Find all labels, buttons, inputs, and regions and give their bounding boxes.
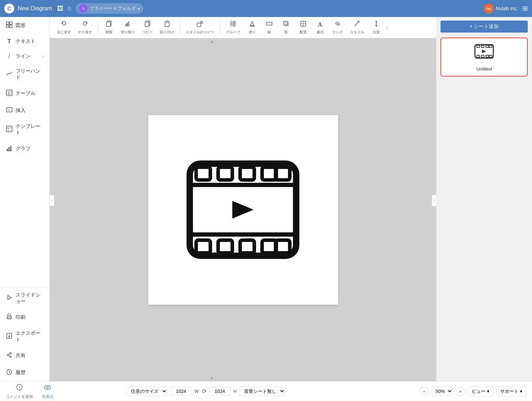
copy-button[interactable]: コピー: [139, 19, 156, 36]
left-collapse-button[interactable]: ‹: [50, 195, 54, 206]
svg-point-5: [127, 24, 129, 26]
duplicate-label: 複製: [105, 30, 112, 35]
app-logo: C: [4, 4, 14, 13]
star-icon[interactable]: ☆: [66, 5, 72, 12]
sidebar-item-shapes[interactable]: 図形: [0, 17, 49, 34]
height-label: H: [233, 389, 237, 394]
svg-point-58: [10, 356, 11, 357]
svg-rect-20: [285, 22, 289, 26]
hide-button[interactable]: 非表示: [39, 384, 56, 399]
line-style-button[interactable]: 線: [261, 19, 277, 36]
arrange-icon: [300, 20, 307, 29]
fill-icon: [249, 20, 256, 29]
font-button[interactable]: A 書式: [312, 19, 328, 36]
svg-rect-75: [240, 167, 254, 180]
app-title: New Diagram: [18, 5, 52, 12]
toolbar: 元に戻す やり直す 複製 切り取り コピー 貼り付け スタイルの: [50, 17, 436, 38]
line-icon: /: [6, 53, 13, 60]
bottom-center: 任意のサイズ A4 A3 Letter W ⟳ H 背景シート無し 背景シート有…: [126, 386, 285, 396]
image-icon[interactable]: 🖼: [57, 5, 63, 12]
svg-marker-49: [8, 295, 11, 300]
add-sheet-button[interactable]: + シート追加: [440, 21, 528, 33]
canvas-bottom-arrow[interactable]: ▼: [209, 375, 214, 381]
sheet-card-icon: [473, 43, 495, 63]
height-input[interactable]: [209, 387, 231, 396]
svg-marker-55: [8, 336, 10, 338]
sidebar-item-slideshow[interactable]: スライドショー: [0, 288, 49, 309]
paste-button[interactable]: 貼り付け: [157, 19, 177, 36]
cut-button[interactable]: 切り取り: [118, 19, 138, 36]
svg-rect-14: [231, 23, 233, 25]
svg-rect-68: [481, 55, 484, 57]
line-chevron-icon: ›: [42, 54, 44, 59]
sheet-card[interactable]: Untitled: [440, 38, 528, 77]
position-icon: [373, 20, 380, 29]
svg-point-41: [7, 109, 9, 110]
sidebar-item-table[interactable]: テーブル: [0, 85, 49, 102]
svg-rect-42: [6, 126, 12, 132]
text-icon: T: [6, 38, 13, 45]
width-input[interactable]: [170, 387, 192, 396]
sidebar-item-graph[interactable]: グラフ: [0, 140, 49, 157]
view-label: ビュー: [472, 388, 486, 395]
redo-icon: [82, 20, 89, 29]
sidebar-top: 図形 T テキスト / ライン › フリーハンド テーブル 挿入: [0, 17, 49, 157]
view-chevron-icon: ▾: [487, 389, 489, 394]
width-label: W: [194, 389, 199, 394]
redo-button[interactable]: やり直す: [75, 19, 95, 36]
fill-button[interactable]: 塗り: [244, 19, 260, 36]
size-select[interactable]: 任意のサイズ A4 A3 Letter: [126, 386, 167, 396]
graph-label: グラフ: [16, 146, 31, 152]
comment-button[interactable]: コメントを追加: [6, 384, 33, 399]
sidebar-item-text[interactable]: T テキスト: [0, 34, 49, 49]
arrange-button[interactable]: 配置: [295, 19, 311, 36]
sidebar-item-history[interactable]: 履歴: [0, 364, 49, 381]
freehand-label: フリーハンド: [16, 68, 44, 81]
sidebar-item-freehand[interactable]: フリーハンド: [0, 64, 49, 85]
style-button[interactable]: スタイル: [347, 19, 367, 36]
svg-rect-10: [165, 22, 169, 27]
view-button[interactable]: ビュー ▾: [468, 386, 493, 396]
svg-rect-47: [10, 146, 11, 151]
position-button[interactable]: 位置: [368, 19, 384, 36]
toolbar-expand-icon[interactable]: ›: [386, 25, 388, 30]
export-label: エクスポート: [16, 330, 44, 343]
position-label: 位置: [373, 30, 380, 35]
sidebar-item-template[interactable]: テンプレート: [0, 119, 49, 140]
share-icon: [6, 351, 13, 360]
sidebar-item-print[interactable]: 印刷: [0, 309, 49, 326]
sidebar-item-share[interactable]: 共有: [0, 347, 49, 364]
canvas-top-arrow[interactable]: ▲: [209, 38, 214, 44]
link-button[interactable]: リンク: [329, 19, 346, 36]
user-badge[interactable]: U プライベートフォルダ ▾: [76, 3, 143, 14]
duplicate-button[interactable]: 複製: [101, 19, 117, 36]
sidebar-item-line[interactable]: / ライン ›: [0, 49, 49, 64]
group-label: グループ: [226, 30, 240, 35]
table-label: テーブル: [16, 90, 35, 97]
sidebar-item-export[interactable]: エクスポート: [0, 326, 49, 347]
grid-icon[interactable]: ⊞: [522, 5, 528, 12]
zoom-in-button[interactable]: +: [456, 387, 465, 396]
slideshow-icon: [6, 294, 13, 303]
canvas-area[interactable]: [50, 38, 436, 381]
zoom-out-button[interactable]: −: [420, 387, 429, 396]
style-copy-label: スタイルのコピー: [186, 30, 214, 35]
zoom-select[interactable]: 50% 75% 100% 150%: [432, 386, 453, 396]
svg-rect-51: [8, 314, 11, 316]
group-button[interactable]: グループ: [223, 19, 243, 36]
refresh-icon[interactable]: ⟳: [202, 388, 206, 395]
sidebar-item-insert[interactable]: 挿入: [0, 102, 49, 119]
duplicate-icon: [105, 20, 112, 29]
shadow-button[interactable]: 影: [278, 19, 294, 36]
svg-rect-15: [233, 22, 235, 23]
insert-icon: [6, 106, 13, 115]
undo-button[interactable]: 元に戻す: [54, 19, 74, 36]
style-copy-button[interactable]: スタイルのコピー: [183, 19, 217, 36]
svg-rect-63: [477, 45, 480, 47]
export-icon: [6, 332, 13, 341]
svg-rect-32: [6, 22, 9, 24]
line-style-label: 線: [267, 30, 271, 35]
bg-select[interactable]: 背景シート無し 背景シート有り: [239, 386, 285, 396]
right-collapse-button[interactable]: ›: [432, 195, 436, 206]
support-button[interactable]: サポート ▾: [496, 386, 526, 396]
